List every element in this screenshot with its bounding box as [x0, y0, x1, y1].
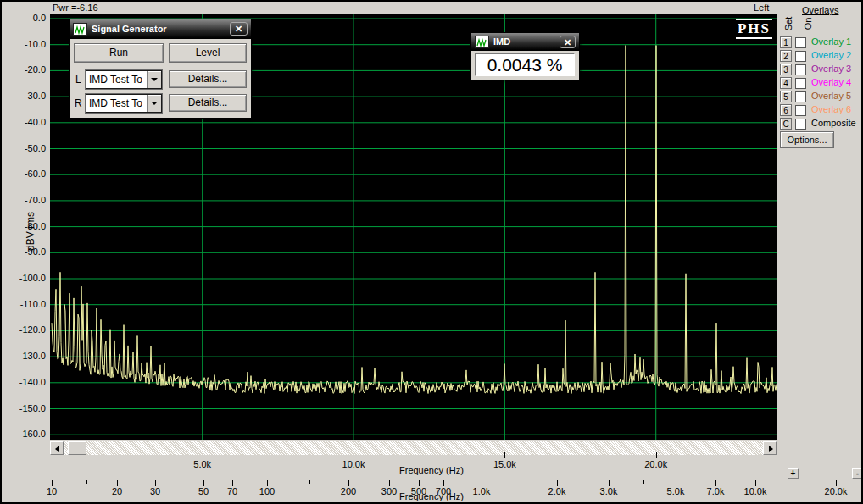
scroll-left-button[interactable] [50, 441, 64, 455]
axis-separator [2, 479, 861, 479]
left-channel-label: L [75, 74, 81, 86]
x-tick [482, 480, 482, 486]
imd-titlebar[interactable]: IMD ✕ [471, 33, 579, 51]
set-column-label: Set [783, 11, 793, 36]
selected-signal: IMD Test To [86, 74, 147, 86]
overlay-on-checkbox-6[interactable] [795, 105, 806, 116]
dialog-title: IMD [493, 36, 510, 47]
on-column-label: On [803, 11, 813, 36]
x-tick-label: 300 [381, 486, 397, 496]
y-tick-label: -90.0 [3, 246, 46, 257]
linear-axis-label: Frequency (Hz) [399, 465, 464, 475]
y-tick-label: -60.0 [3, 169, 46, 179]
left-arrow-icon [52, 446, 59, 452]
x-tick [443, 480, 444, 486]
overlay-set-button-2[interactable]: 2 [780, 50, 792, 62]
y-tick-label: 0.0 [3, 13, 46, 23]
dropdown-button[interactable] [147, 71, 161, 88]
x-tick [419, 480, 420, 486]
options-button[interactable]: Options... [780, 131, 834, 148]
x-tick-label: 20.0k [825, 486, 848, 496]
left-details-button[interactable]: Details... [169, 70, 247, 88]
x-tick [389, 480, 390, 486]
x-tick [504, 452, 505, 458]
overlay-label: Composite [811, 118, 856, 128]
close-icon[interactable]: ✕ [560, 36, 576, 48]
log-axis-label: Frequency (Hz) [399, 491, 464, 501]
x-tick [643, 480, 644, 484]
x-tick-label: 50 [198, 486, 209, 496]
overlay-label: Overlay 4 [811, 77, 851, 87]
zoom-in-button[interactable]: + [788, 468, 799, 479]
y-tick-label: -140.0 [3, 377, 46, 387]
overlay-set-button-5[interactable]: 5 [780, 91, 792, 102]
y-tick-label: -20.0 [3, 64, 46, 75]
x-tick-label: 70 [227, 486, 237, 496]
y-tick-label: -80.0 [3, 221, 46, 231]
x-tick [836, 480, 837, 486]
right-channel-label: R [75, 97, 82, 109]
overlay-on-checkbox-2[interactable] [795, 51, 806, 62]
imd-body: 0.0043 % [471, 51, 579, 80]
overlay-on-checkbox-C[interactable] [795, 119, 806, 130]
overlay-set-button-C[interactable]: C [780, 118, 792, 130]
x-tick [715, 480, 716, 486]
y-tick-label: -150.0 [3, 403, 46, 413]
level-button[interactable]: Level [169, 43, 247, 63]
overlay-on-checkbox-4[interactable] [795, 78, 806, 89]
dialog-title: Signal Generator [92, 24, 167, 34]
y-tick-label: -10.0 [3, 39, 46, 49]
scroll-right-button[interactable] [763, 441, 777, 455]
overlay-set-button-1[interactable]: 1 [780, 36, 792, 48]
x-tick [203, 480, 204, 486]
left-signal-select[interactable]: IMD Test To [86, 70, 162, 89]
signal-generator-titlebar[interactable]: Signal Generator ✕ [70, 19, 251, 39]
zoom-out-button[interactable]: - [852, 468, 863, 479]
x-tick [52, 480, 53, 486]
overlay-label: Overlay 6 [811, 104, 851, 114]
x-tick [155, 480, 156, 486]
signal-generator-body: Run Level L IMD Test To Details... R IMD… [70, 39, 251, 118]
y-tick-label: -70.0 [3, 195, 46, 205]
x-tick-label: 15.0k [493, 459, 516, 469]
x-tick [676, 480, 676, 486]
x-tick-label: 30 [150, 486, 160, 496]
right-details-button[interactable]: Details... [169, 94, 247, 112]
close-icon[interactable]: ✕ [230, 22, 248, 36]
x-tick [267, 480, 268, 486]
x-tick-label: 10.0k [744, 486, 767, 496]
x-tick-label: 2.0k [548, 486, 566, 496]
imd-value: 0.0043 % [475, 53, 575, 76]
x-tick-label: 100 [259, 486, 275, 496]
x-tick [181, 480, 181, 484]
x-tick [117, 480, 118, 486]
y-tick-label: -40.0 [3, 117, 46, 127]
overlay-on-checkbox-3[interactable] [795, 64, 806, 75]
x-tick [656, 452, 657, 458]
scrollbar-thumb[interactable] [68, 441, 86, 455]
overlay-set-button-6[interactable]: 6 [780, 104, 792, 116]
overlay-on-checkbox-1[interactable] [795, 37, 806, 48]
x-tick [86, 480, 87, 484]
x-tick-label: 1.0k [473, 486, 491, 496]
analyzer-window: Pwr =-6.16 Left dBV rms 0.0-10.0-20.0-30… [0, 0, 863, 504]
overlay-on-checkbox-5[interactable] [795, 91, 806, 102]
x-tick [521, 480, 521, 484]
dropdown-button[interactable] [147, 95, 161, 112]
selected-signal: IMD Test To [86, 97, 147, 109]
x-tick-label: 7.0k [707, 486, 725, 496]
phs-logo: PHS [736, 19, 772, 39]
horizontal-scrollbar[interactable] [50, 441, 777, 455]
run-button[interactable]: Run [74, 43, 164, 63]
overlay-set-button-3[interactable]: 3 [780, 64, 792, 75]
x-tick [354, 452, 354, 458]
right-signal-select[interactable]: IMD Test To [86, 94, 162, 113]
x-tick [557, 480, 558, 486]
y-tick-label: -120.0 [3, 324, 46, 335]
y-tick-label: -50.0 [3, 143, 46, 153]
overlay-set-button-4[interactable]: 4 [780, 77, 792, 89]
overlay-label: Overlay 5 [811, 91, 851, 101]
power-readout: Pwr =-6.16 [53, 3, 98, 13]
x-tick-label: 20 [112, 486, 122, 496]
y-tick-label: -100.0 [3, 273, 46, 283]
